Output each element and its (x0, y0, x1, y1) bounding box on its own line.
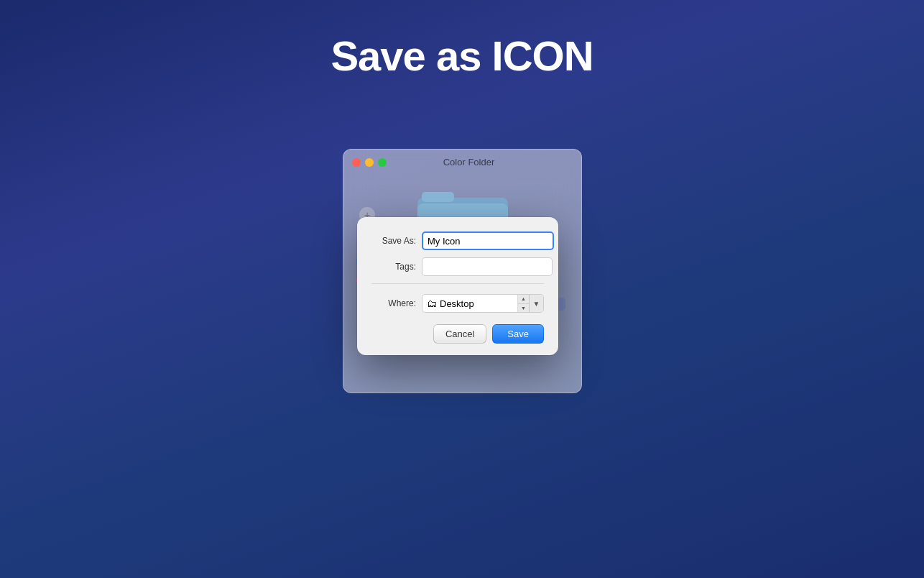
tags-label: Tags: (371, 262, 416, 272)
traffic-light-minimize[interactable] (365, 158, 374, 167)
traffic-light-fullscreen[interactable] (378, 158, 387, 167)
stepper-down[interactable]: ▼ (518, 304, 529, 313)
tags-row: Tags: (371, 257, 544, 276)
svg-rect-1 (422, 192, 454, 202)
cancel-button[interactable]: Cancel (433, 324, 486, 344)
save-dialog: Save As: Tags: Where: 🗂 Desktop ▲ ▼ ▼ Ca… (357, 217, 558, 355)
folder-icon-small: 🗂 (427, 298, 437, 309)
dialog-separator (371, 283, 544, 284)
traffic-light-close[interactable] (352, 158, 361, 167)
titlebar: Color Folder (343, 150, 581, 175)
dialog-actions: Cancel Save (371, 324, 544, 344)
save-as-input[interactable] (422, 231, 554, 250)
save-button[interactable]: Save (492, 324, 544, 344)
app-window-title: Color Folder (391, 157, 547, 168)
stepper-up[interactable]: ▲ (518, 295, 529, 304)
stepper[interactable]: ▲ ▼ (517, 295, 529, 312)
chevron-button[interactable]: ▼ (529, 295, 543, 312)
tags-input[interactable] (422, 257, 553, 276)
save-as-label: Save As: (371, 236, 416, 246)
where-select[interactable]: 🗂 Desktop ▲ ▼ ▼ (422, 294, 544, 313)
where-row: Where: 🗂 Desktop ▲ ▼ ▼ (371, 294, 544, 313)
where-label: Where: (371, 298, 416, 308)
page-title: Save as ICON (0, 32, 924, 80)
where-value: Desktop (437, 298, 517, 309)
save-as-row: Save As: (371, 231, 544, 250)
